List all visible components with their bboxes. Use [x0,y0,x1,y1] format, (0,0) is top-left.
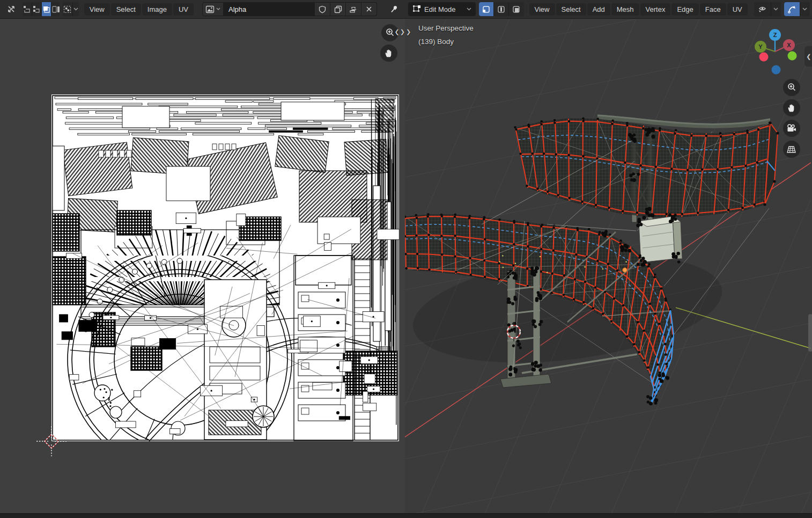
uv-pan-button[interactable] [380,45,397,62]
uv-edge-icon [32,5,41,14]
viewport-camera-button[interactable] [783,120,800,137]
uv-menu-image[interactable]: Image [142,3,172,16]
visibility-eye-icon [754,2,771,16]
chevron-down-icon [771,2,781,16]
open-image-button[interactable] [346,2,361,16]
new-image-button[interactable] [330,2,346,16]
chevron-down-icon [467,8,471,11]
vp-menu-mesh[interactable]: Mesh [611,3,639,16]
uv-image-canvas[interactable] [51,94,399,441]
image-browse-button[interactable] [202,2,224,16]
mesh-select-mode-group [479,2,524,16]
blender-window: ViewSelectImageUV Alpha [0,0,812,518]
uv-island-icon [51,5,60,14]
open-stack-icon [349,5,358,13]
uv-menu-view[interactable]: View [84,3,110,16]
sidebar-toggle-tab[interactable]: ❮ [804,46,812,67]
vertex-select-icon [482,5,491,14]
vp-menu-face[interactable]: Face [700,3,726,16]
sticky-selection-dropdown[interactable] [63,2,79,16]
face-select-icon [512,5,521,14]
uv-select-mode-group [23,2,60,16]
fake-user-shield-button[interactable] [315,2,330,16]
svg-text:Y: Y [758,43,763,50]
edge-select-icon [497,5,506,14]
zoom-icon [385,28,395,38]
gizmos-icon [784,2,800,16]
image-icon [205,5,215,13]
vp-menu-edge[interactable]: Edge [671,3,698,16]
uv-select-face-button[interactable] [42,2,51,16]
close-icon [366,6,372,12]
object-visibility-dropdown[interactable] [754,2,781,16]
chevron-down-icon [216,8,220,11]
uv-editor-header: ViewSelectImageUV Alpha [0,0,405,19]
vp-menu-add[interactable]: Add [587,3,610,16]
vp-menu-vertex[interactable]: Vertex [640,3,671,16]
viewport-pan-button[interactable] [783,99,800,116]
uv-select-island-button[interactable] [51,2,60,16]
viewport-canvas[interactable] [405,19,812,518]
unlink-image-button[interactable] [361,2,377,16]
duplicate-icon [334,5,342,13]
overlays-dropdown-cutoff[interactable] [810,2,812,16]
image-name-field[interactable]: Alpha [224,2,315,16]
viewport-ortho-button[interactable] [783,141,800,158]
select-mode-vertex-button[interactable] [479,2,494,16]
vp-menu-select[interactable]: Select [556,3,586,16]
vp-menu-uv[interactable]: UV [727,3,748,16]
chevron-down-icon [73,2,79,16]
object-info-label: (139) Body [418,38,454,46]
pan-hand-icon [384,48,394,58]
uv-menu-select[interactable]: Select [111,3,141,16]
uv-editor-body[interactable]: ❮❯ [0,19,405,518]
uv-select-vertex-button[interactable] [23,2,32,16]
uv-2d-cursor[interactable] [35,425,68,457]
uv-menu-bar: ViewSelectImageUV [84,3,194,16]
chevron-down-icon [800,2,810,16]
uv-wireframe [51,94,399,441]
uv-vertex-icon [23,5,32,14]
uv-editor-pane: ViewSelectImageUV Alpha [0,0,405,518]
navigation-gizmo[interactable]: ZXY [745,24,804,82]
image-datablock: Alpha [202,2,377,16]
vp-menu-view[interactable]: View [529,3,555,16]
scrollbar-thumb[interactable] [808,314,812,352]
perspective-label: User Perspective [418,24,474,32]
select-mode-edge-button[interactable] [494,2,509,16]
viewport-3d-pane: Edit Mode [405,0,812,518]
pin-image-button[interactable] [386,2,402,16]
area-split-chevrons[interactable]: ❮❯ [395,28,405,35]
perspective-grid-icon [786,145,796,154]
zoom-icon [787,83,796,92]
uv-face-icon [42,5,51,14]
toolbar-expand-chevron[interactable]: ❯ [406,28,411,35]
viewport-body[interactable]: User Perspective (139) Body ❯ ZXY [405,19,812,518]
pin-icon [389,5,398,14]
sticky-selection-icon [63,2,73,16]
uv-menu-uv[interactable]: UV [173,3,194,16]
camera-icon [786,123,797,133]
mode-dropdown[interactable]: Edit Mode [408,2,476,16]
gizmos-dropdown[interactable] [784,2,810,16]
uv-editor-type-icon [6,4,16,14]
viewport-zoom-button[interactable] [783,79,800,96]
shield-icon [319,5,326,13]
viewport-menu-bar: ViewSelectAddMeshVertexEdgeFaceUV [529,3,748,16]
select-mode-face-button[interactable] [509,2,524,16]
svg-text:X: X [787,42,791,48]
status-bar [0,513,812,518]
editmode-icon [412,5,421,13]
mode-label: Edit Mode [424,5,456,13]
svg-text:Z: Z [773,32,777,38]
uv-editor-type-button[interactable] [3,2,19,16]
viewport-header: Edit Mode [405,0,812,19]
pan-hand-icon [787,103,796,113]
uv-select-edge-button[interactable] [32,2,42,16]
